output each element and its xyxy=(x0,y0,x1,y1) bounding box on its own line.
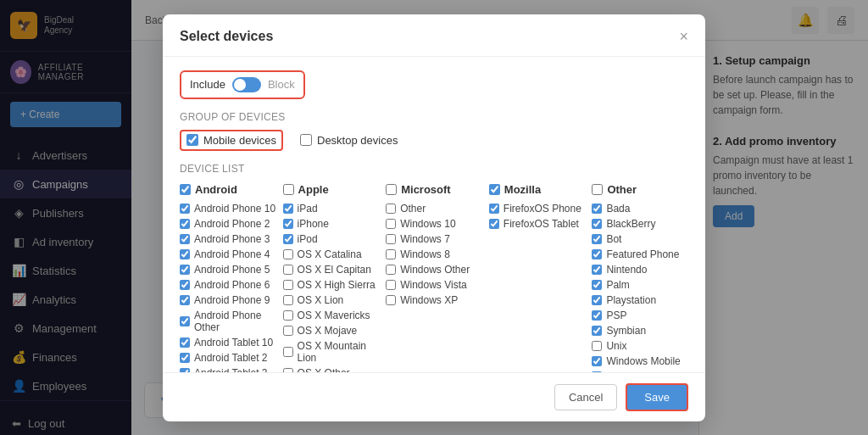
device-item-label: OS X Mojave xyxy=(298,325,358,337)
list-item: OS X Lion xyxy=(283,294,380,306)
device-item-label: iPod xyxy=(298,233,318,245)
list-item: Android Phone 3 xyxy=(180,233,276,245)
list-item: OS X El Capitan xyxy=(283,264,380,276)
device-item-label: Android Phone 3 xyxy=(194,233,270,245)
device-item-label: Palm xyxy=(606,279,629,291)
device-item-label: BlackBerry xyxy=(606,218,655,230)
apple-header-checkbox[interactable] xyxy=(283,184,294,195)
mozilla-header-checkbox[interactable] xyxy=(489,184,500,195)
device-item-label: Unix xyxy=(606,340,626,352)
modal-footer: Cancel Save xyxy=(163,372,705,421)
list-item: OS X Mojave xyxy=(283,325,380,337)
group-of-devices-section: Group of devices Mobile devices Desktop … xyxy=(180,111,688,151)
column-android: AndroidAndroid Phone 10Android Phone 2An… xyxy=(180,183,276,372)
list-item: OS X Mountain Lion xyxy=(283,340,380,364)
block-label: Block xyxy=(268,78,295,91)
device-item-label: Android Phone 10 xyxy=(194,203,275,215)
list-item: BlackBerry xyxy=(592,218,688,230)
save-button[interactable]: Save xyxy=(626,383,688,411)
list-item: Symbian xyxy=(592,325,688,337)
list-item: Nintendo xyxy=(592,264,688,276)
device-item-label: iPhone xyxy=(298,218,329,230)
device-item-label: Bot xyxy=(606,233,621,245)
list-item: Android Phone 2 xyxy=(180,218,276,230)
device-item-label: FirefoxOS Phone xyxy=(504,203,581,215)
list-item: Bada xyxy=(592,203,688,215)
device-item-label: Bada xyxy=(606,203,630,215)
select-devices-modal: Select devices × Include Block Group of … xyxy=(163,14,705,421)
device-item-label: Android Tablet 10 xyxy=(194,337,273,349)
device-item-label: OS X Mountain Lion xyxy=(298,340,380,364)
mozilla-header: Mozilla xyxy=(489,183,586,196)
mobile-devices-option[interactable]: Mobile devices xyxy=(180,130,283,151)
list-item: PSP xyxy=(592,310,688,321)
list-item: OS X High Sierra xyxy=(283,279,380,291)
device-item-label: Symbian xyxy=(606,325,646,337)
list-item: Android Tablet 2 xyxy=(180,352,276,364)
device-item-label: Android Phone 2 xyxy=(194,218,270,230)
list-item: Windows 10 xyxy=(386,218,482,230)
device-item-label: Android Phone 4 xyxy=(194,248,270,260)
list-item: Windows 7 xyxy=(386,233,482,245)
list-item: Android Phone 4 xyxy=(180,248,276,260)
include-label: Include xyxy=(190,78,225,91)
device-item-label: Featured Phone xyxy=(606,248,679,260)
list-item: Bot xyxy=(592,233,688,245)
device-item-label: OS X El Capitan xyxy=(298,264,371,276)
apple-header: Apple xyxy=(283,183,380,196)
device-item-label: Nintendo xyxy=(606,264,647,276)
list-item: OS X Mavericks xyxy=(283,310,380,321)
list-item: iPhone xyxy=(283,218,380,230)
device-item-label: Android Phone 6 xyxy=(194,279,270,291)
android-header-checkbox[interactable] xyxy=(180,184,191,195)
device-columns: AndroidAndroid Phone 10Android Phone 2An… xyxy=(180,183,688,372)
desktop-devices-option[interactable]: Desktop devices xyxy=(300,130,398,151)
device-item-label: OS X Mavericks xyxy=(298,310,370,321)
device-item-label: OS X High Sierra xyxy=(298,279,376,291)
group-options: Mobile devices Desktop devices xyxy=(180,130,688,151)
list-item: FirefoxOS Tablet xyxy=(489,218,586,230)
list-item: Android Tablet 10 xyxy=(180,337,276,349)
list-item: Featured Phone xyxy=(592,248,688,260)
list-item: Windows XP xyxy=(386,294,482,306)
list-item: FirefoxOS Phone xyxy=(489,203,586,215)
device-item-label: Android Phone Other xyxy=(194,310,276,333)
list-item: Android Phone 10 xyxy=(180,203,276,215)
modal-title: Select devices xyxy=(180,29,273,44)
other-header: Other xyxy=(592,183,688,196)
list-item: Windows Vista xyxy=(386,279,482,291)
list-item: iPad xyxy=(283,203,380,215)
modal-close-button[interactable]: × xyxy=(679,28,688,46)
android-header: Android xyxy=(180,183,276,196)
list-item: Windows 8 xyxy=(386,248,482,260)
column-mozilla: MozillaFirefoxOS PhoneFirefoxOS Tablet xyxy=(489,183,586,372)
other-header-checkbox[interactable] xyxy=(592,184,603,195)
device-item-label: Android Tablet 2 xyxy=(194,352,268,364)
modal-body: Include Block Group of devices Mobile de… xyxy=(163,57,705,372)
include-block-toggle-row: Include Block xyxy=(180,70,305,99)
microsoft-header: Microsoft xyxy=(386,183,482,196)
device-item-label: FirefoxOS Tablet xyxy=(504,218,579,230)
device-item-label: OS X Catalina xyxy=(298,248,362,260)
toggle-slider xyxy=(232,77,261,92)
include-toggle[interactable] xyxy=(232,77,261,92)
device-item-label: Windows Other xyxy=(400,264,470,276)
group-label: Group of devices xyxy=(180,111,688,123)
device-item-label: Windows Vista xyxy=(400,279,466,291)
device-item-label: Android Phone 5 xyxy=(194,264,270,276)
list-item: Android Phone Other xyxy=(180,310,276,333)
column-microsoft: MicrosoftOtherWindows 10Windows 7Windows… xyxy=(386,183,482,372)
list-item: Windows Other xyxy=(386,264,482,276)
list-item: Windows Mobile xyxy=(592,355,688,367)
microsoft-header-checkbox[interactable] xyxy=(386,184,397,195)
cancel-button[interactable]: Cancel xyxy=(554,384,617,410)
device-item-label: Windows XP xyxy=(400,294,458,306)
modal-header: Select devices × xyxy=(163,14,705,57)
column-other: OtherBadaBlackBerryBotFeatured PhoneNint… xyxy=(592,183,688,372)
device-item-label: Playstation xyxy=(606,294,656,306)
list-item: Palm xyxy=(592,279,688,291)
list-item: iPod xyxy=(283,233,380,245)
device-item-label: iPad xyxy=(298,203,318,215)
list-item: Android Phone 9 xyxy=(180,294,276,306)
desktop-devices-label: Desktop devices xyxy=(317,134,398,147)
